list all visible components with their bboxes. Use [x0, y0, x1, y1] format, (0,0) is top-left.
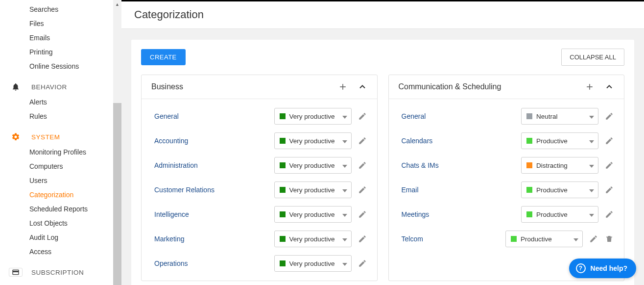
pencil-icon[interactable]	[358, 160, 367, 170]
productivity-select[interactable]: Productive	[521, 181, 598, 198]
category-label[interactable]: Chats & IMs	[402, 161, 439, 169]
collapse-all-button[interactable]: COLLAPSE ALL	[561, 49, 624, 66]
color-swatch	[280, 260, 286, 266]
category-label[interactable]: Marketing	[154, 235, 184, 243]
select-value: Very productive	[289, 137, 338, 145]
sidebar-item-online-sessions[interactable]: Online Sessions	[0, 59, 121, 73]
productivity-select[interactable]: Very productive	[274, 206, 352, 223]
color-swatch	[280, 138, 286, 144]
sidebar-section-behavior[interactable]: BEHAVIOR	[0, 73, 121, 95]
category-label[interactable]: Telcom	[402, 235, 423, 243]
productivity-select[interactable]: Productive	[521, 132, 598, 149]
question-icon: ?	[576, 263, 586, 273]
sidebar-item-categorization[interactable]: Categorization	[0, 187, 121, 202]
category-row: OperationsVery productive	[142, 251, 377, 276]
pencil-icon[interactable]	[358, 185, 367, 195]
category-label[interactable]: General	[154, 112, 179, 120]
color-swatch	[526, 162, 532, 168]
productivity-select[interactable]: Distracting	[521, 157, 598, 174]
sidebar-item-scheduled-reports[interactable]: Scheduled Reports	[0, 202, 121, 216]
select-value: Very productive	[289, 235, 338, 243]
pencil-icon[interactable]	[604, 160, 614, 170]
chevron-up-icon[interactable]	[358, 82, 367, 92]
sidebar-item-users[interactable]: Users	[0, 173, 121, 187]
productivity-select[interactable]: Very productive	[274, 108, 352, 125]
card-body: GeneralNeutralCalendarsProductiveChats &…	[389, 99, 624, 256]
pencil-icon[interactable]	[358, 111, 367, 121]
pencil-icon[interactable]	[358, 136, 367, 146]
sidebar-item-lost-objects[interactable]: Lost Objects	[0, 216, 121, 230]
select-value: Distracting	[536, 162, 585, 169]
trash-icon[interactable]	[604, 234, 614, 244]
category-row: Customer RelationsVery productive	[142, 178, 377, 202]
caret-down-icon	[342, 259, 347, 268]
pencil-icon[interactable]	[604, 111, 614, 121]
category-card: BusinessGeneralVery productiveAccounting…	[141, 75, 378, 281]
sidebar-top-list: Searches Files Emails Printing Online Se…	[0, 2, 121, 73]
category-label[interactable]: Accounting	[154, 137, 188, 145]
sidebar-section-label: SUBSCRIPTION	[31, 269, 84, 276]
sidebar-section-subscription[interactable]: SUBSCRIPTION	[0, 259, 121, 280]
category-row: IntelligenceVery productive	[142, 202, 377, 227]
sidebar-item-printing[interactable]: Printing	[0, 45, 121, 59]
pencil-icon[interactable]	[358, 209, 367, 219]
color-swatch	[526, 138, 532, 144]
color-swatch	[280, 236, 286, 242]
sidebar-section-system[interactable]: SYSTEM	[0, 123, 121, 145]
pencil-icon[interactable]	[604, 185, 614, 195]
card-header: Communication & Scheduling	[389, 75, 624, 99]
productivity-select[interactable]: Neutral	[521, 108, 598, 125]
category-label[interactable]: Email	[402, 186, 419, 194]
sidebar-item-searches[interactable]: Searches	[0, 2, 121, 16]
plus-icon[interactable]	[338, 82, 348, 92]
page-header: Categorization	[121, 1, 644, 29]
sidebar-item-alerts[interactable]: Alerts	[0, 95, 121, 109]
select-value: Very productive	[289, 113, 338, 120]
category-label[interactable]: General	[402, 112, 426, 120]
create-button[interactable]: CREATE	[141, 49, 186, 65]
category-label[interactable]: Operations	[154, 259, 188, 267]
sidebar-item-files[interactable]: Files	[0, 16, 121, 30]
scroll-thumb[interactable]	[113, 103, 121, 285]
category-label[interactable]: Intelligence	[154, 210, 189, 218]
chevron-up-icon[interactable]	[604, 82, 614, 92]
pencil-icon[interactable]	[604, 209, 614, 219]
color-swatch	[526, 113, 532, 119]
productivity-select[interactable]: Productive	[521, 206, 598, 223]
select-value: Very productive	[289, 211, 338, 218]
select-value: Productive	[536, 211, 585, 218]
productivity-select[interactable]: Very productive	[274, 231, 352, 247]
sidebar-item-emails[interactable]: Emails	[0, 30, 121, 45]
pencil-icon[interactable]	[604, 136, 614, 146]
sidebar: Searches Files Emails Printing Online Se…	[0, 0, 121, 285]
sidebar-item-rules[interactable]: Rules	[0, 109, 121, 123]
pencil-icon[interactable]	[589, 234, 598, 244]
scroll-up-icon[interactable]: ▲	[113, 0, 121, 8]
productivity-select[interactable]: Productive	[505, 231, 583, 247]
color-swatch	[280, 211, 286, 217]
pencil-icon[interactable]	[358, 234, 367, 244]
caret-down-icon	[589, 112, 594, 121]
need-help-button[interactable]: ? Need help?	[569, 259, 636, 278]
category-label[interactable]: Calendars	[402, 137, 433, 145]
sidebar-scrollbar[interactable]: ▲	[113, 0, 121, 285]
sidebar-item-computers[interactable]: Computers	[0, 159, 121, 173]
productivity-select[interactable]: Very productive	[274, 157, 352, 174]
productivity-select[interactable]: Very productive	[274, 255, 352, 272]
category-row: EmailProductive	[389, 178, 624, 202]
productivity-select[interactable]: Very productive	[274, 132, 352, 149]
category-row: MeetingsProductive	[389, 202, 624, 227]
caret-down-icon	[589, 161, 594, 170]
category-label[interactable]: Administration	[154, 161, 198, 169]
sidebar-item-audit-log[interactable]: Audit Log	[0, 230, 121, 244]
sidebar-item-monitoring-profiles[interactable]: Monitoring Profiles	[0, 145, 121, 159]
category-label[interactable]: Customer Relations	[154, 186, 215, 194]
productivity-select[interactable]: Very productive	[274, 181, 352, 198]
sidebar-item-access[interactable]: Access	[0, 244, 121, 259]
category-label[interactable]: Meetings	[402, 210, 429, 218]
caret-down-icon	[589, 210, 594, 219]
color-swatch	[526, 187, 532, 193]
page-title: Categorization	[134, 8, 204, 21]
pencil-icon[interactable]	[358, 259, 367, 268]
plus-icon[interactable]	[585, 82, 595, 92]
